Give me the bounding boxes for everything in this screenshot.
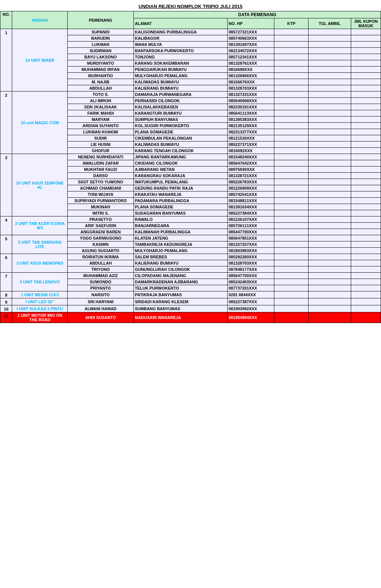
tglambil-cell: [308, 260, 351, 266]
jml-cell: [351, 67, 381, 73]
nohp-cell: 081804804XXX: [227, 312, 274, 323]
tglambil-cell: [308, 241, 351, 248]
table-row: 43 UNIT TAB ACER ICONIA W3PRASETYORAWALO…: [0, 216, 381, 223]
nohp-cell: 081391697XXX: [227, 42, 274, 48]
ktp-cell: [274, 104, 309, 110]
pemenang-cell: PRIYANTO: [68, 285, 134, 291]
tglambil-cell: [308, 154, 351, 160]
jml-cell: [351, 85, 381, 92]
pemenang-cell: ACHMAD CHAMDANI: [68, 185, 134, 191]
no-cell: 5: [0, 235, 12, 254]
pemenang-cell: FARIK MAHDI: [68, 110, 134, 116]
pemenang-cell: ANGGRAENI BAREN: [68, 229, 134, 235]
tglambil-cell: [308, 148, 351, 154]
jml-cell: [351, 73, 381, 79]
ktp-cell: [274, 154, 309, 160]
no-cell: 3: [0, 154, 12, 216]
nohp-cell: 081548240XXX: [227, 154, 274, 160]
pemenang-cell: SUDIRMAN: [68, 48, 134, 54]
nohp-cell: 085647700XXX: [227, 273, 274, 279]
alamat-cell: BANJARNEGARA: [133, 223, 227, 229]
ktp-cell: [274, 223, 309, 229]
tglambil-cell: [308, 110, 351, 116]
tglambil-cell: [308, 273, 351, 279]
tglambil-cell: [308, 73, 351, 79]
ktp-cell: [274, 241, 309, 248]
nohp-cell: 081903092XXX: [227, 305, 274, 312]
nohp-cell: 082313377XXX: [227, 129, 274, 135]
jml-cell: [351, 160, 381, 166]
pemenang-cell: SRI HARYANI: [68, 298, 134, 305]
ktp-cell: [274, 279, 309, 285]
jml-cell: [351, 54, 381, 60]
tglambil-cell: [308, 48, 351, 54]
pemenang-cell: NARSITO: [68, 291, 134, 298]
nohp-cell: 085742541XXX: [227, 191, 274, 198]
pemenang-cell: MARYAM: [68, 116, 134, 123]
nohp-cell: 082135129XXX: [227, 123, 274, 129]
pemenang-cell: BARUDIN: [68, 35, 134, 42]
ktp-cell: [274, 191, 309, 198]
tglambil-cell: [308, 298, 351, 305]
nohp-cell: 085242403XXX: [227, 279, 274, 285]
tglambil-cell: [308, 141, 351, 148]
alamat-cell: AJIBARANG WETAN: [133, 166, 227, 173]
tglambil-cell: [308, 85, 351, 92]
ktp-cell: [274, 198, 309, 204]
hadiah-cell: 1 UNIT MOTOR MIO ON THE ROAD: [12, 312, 68, 323]
tglambil-cell: [308, 129, 351, 135]
pemenang-cell: SUPANDI: [68, 29, 134, 35]
alamat-cell: BANTARSOKA PURWOKERTO: [133, 48, 227, 54]
jml-cell: [351, 29, 381, 35]
table-row: 81 UNIT MESIN CUCINARSITOPATIKRAJA BANYU…: [0, 291, 381, 298]
header-tglambil: TGL AMBIL: [308, 18, 351, 29]
pemenang-cell: LIE HUSNI: [68, 141, 134, 148]
jml-cell: [351, 129, 381, 135]
jml-cell: [351, 135, 381, 141]
nohp-cell: 085226783XXX: [227, 179, 274, 185]
ktp-cell: [274, 179, 309, 185]
alamat-cell: PLANA SOMAGEDE: [133, 204, 227, 210]
pemenang-cell: SIGIT SETYO YUWONO: [68, 179, 134, 185]
jml-cell: [351, 79, 381, 85]
nohp-cell: 085727321XXX: [227, 29, 274, 35]
ktp-cell: [274, 254, 309, 260]
nohp-cell: 085712341XXX: [227, 54, 274, 60]
ktp-cell: [274, 166, 309, 173]
tglambil-cell: [308, 229, 351, 235]
header-alamat: ALAMAT: [133, 18, 227, 29]
nohp-cell: 085227384XXX: [227, 210, 274, 216]
pemenang-cell: LUKMAN: [68, 42, 134, 48]
tglambil-cell: [308, 98, 351, 104]
pemenang-cell: ROIRATUN IKRIMA: [68, 254, 134, 260]
alamat-cell: KALIERANG BUMIAYU: [133, 260, 227, 266]
no-cell: 2: [0, 92, 12, 154]
hadiah-cell: 3 UNIT ASUS MEMOPAD: [12, 254, 68, 273]
nohp-cell: 085227387XXX: [227, 298, 274, 305]
ktp-cell: [274, 210, 309, 216]
jml-cell: [351, 204, 381, 210]
nohp-cell: 085647642XXX: [227, 160, 274, 166]
jml-cell: [351, 298, 381, 305]
nohp-cell: 08975930XXX: [227, 166, 274, 173]
jml-cell: [351, 223, 381, 229]
tglambil-cell: [308, 210, 351, 216]
nohp-cell: 081326866XXX: [227, 73, 274, 79]
pemenang-cell: SUDIR: [68, 135, 134, 141]
nohp-cell: 082134572XXX: [227, 48, 274, 54]
pemenang-cell: YOGO SARIWUSONO: [68, 235, 134, 241]
tglambil-cell: [308, 291, 351, 298]
tglambil-cell: [308, 204, 351, 210]
table-row: 9I UNIT LED 32"SRI HARYANISRIDADI KARANG…: [0, 298, 381, 305]
jml-cell: [351, 260, 381, 266]
ktp-cell: [274, 285, 309, 291]
alamat-cell: TONJONG: [133, 54, 227, 60]
pemenang-cell: MUKHTAR FAUZI: [68, 166, 134, 173]
ktp-cell: [274, 248, 309, 254]
pemenang-cell: GHOFUR: [68, 148, 134, 154]
pemenang-cell: ALWANI HAMAD: [68, 305, 134, 312]
table-row: 310 UNIT ASUS ZENFONE 4CNENENG NURHIDAYA…: [0, 154, 381, 160]
ktp-cell: [274, 298, 309, 305]
tglambil-cell: [308, 35, 351, 42]
header-pemenang: PEMENANG: [68, 11, 134, 29]
